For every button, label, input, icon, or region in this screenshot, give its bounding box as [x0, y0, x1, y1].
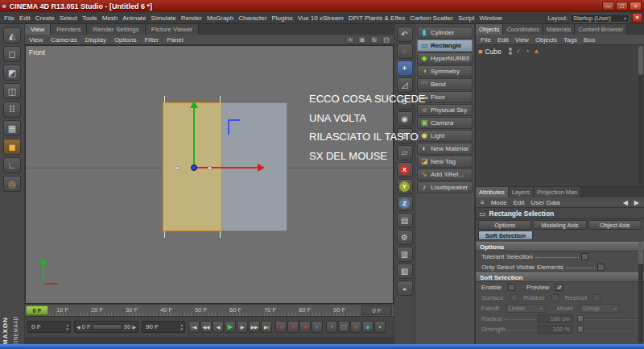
om-menu-file[interactable]: File: [477, 36, 494, 44]
strength-value-field[interactable]: 100 %: [538, 325, 573, 334]
axis-mode-button[interactable]: ∟: [3, 157, 21, 173]
tab-renders[interactable]: Renders: [51, 24, 87, 35]
attr-menu-mode[interactable]: Mode: [488, 199, 510, 206]
close-button[interactable]: ×: [630, 2, 642, 10]
tab-view[interactable]: View: [25, 24, 51, 35]
render-visibility-dot[interactable]: [509, 52, 512, 55]
editor-visibility-dot[interactable]: [509, 48, 512, 51]
section-options-header[interactable]: Options: [476, 242, 644, 251]
menu-item-animate[interactable]: Animate: [120, 15, 148, 22]
points-mode-button[interactable]: ⠿: [3, 102, 21, 118]
texture-mode-button[interactable]: ◩: [3, 64, 21, 81]
point-handle[interactable]: [208, 166, 212, 170]
move-tool-button[interactable]: +: [397, 60, 413, 76]
range-left-arrow-icon[interactable]: ◀: [76, 324, 80, 330]
radius-slider-thumb[interactable]: [577, 315, 584, 322]
x-axis-arrowhead[interactable]: [258, 164, 265, 172]
tab-button-object-axis[interactable]: Object Axis: [588, 220, 642, 230]
mode-select[interactable]: Group ▾: [580, 304, 620, 313]
palette-item-bend[interactable]: ◠Bend: [417, 78, 473, 90]
menu-item-dpit[interactable]: DPIT Plants & Effex: [346, 15, 407, 22]
next-key-button[interactable]: ▶▶: [249, 321, 260, 333]
snap-settings-button[interactable]: ◎: [3, 176, 21, 192]
x-axis-handle[interactable]: [195, 167, 258, 168]
key-rotation-toggle[interactable]: ○: [350, 321, 361, 333]
tolerant-selection-checkbox[interactable]: [581, 253, 588, 260]
xy-plane-handle[interactable]: [228, 119, 240, 135]
phong-tag-icon[interactable]: ◔: [525, 48, 529, 55]
om-menu-objects[interactable]: Objects: [532, 36, 560, 44]
object-manager-scrollbar[interactable]: [638, 46, 643, 185]
menu-item-create[interactable]: Create: [33, 15, 57, 22]
visibility-toggles[interactable]: [509, 48, 512, 55]
next-frame-button[interactable]: ▶: [237, 321, 248, 333]
enable-checkbox[interactable]: [508, 284, 515, 291]
restrict-checkbox[interactable]: [593, 294, 601, 301]
record-keyframe-button[interactable]: ●: [275, 321, 287, 333]
section-soft-selection-header[interactable]: Soft Selection: [476, 272, 644, 282]
palette-item-add-xref[interactable]: ↘Add XRef...: [417, 168, 473, 181]
keyframe-selection-button[interactable]: ●: [312, 321, 323, 333]
render-view-button[interactable]: ▤: [397, 213, 413, 228]
spin-down-icon[interactable]: ▾: [180, 327, 183, 331]
menu-item-character[interactable]: Character: [236, 15, 269, 22]
om-menu-bookmarks[interactable]: Boo: [580, 36, 598, 44]
layout-select[interactable]: Startup (User) ▾: [570, 14, 630, 23]
palette-item-rectangle[interactable]: ▭Rectangle: [417, 39, 473, 52]
attr-menu-user-data[interactable]: User Data: [527, 199, 563, 206]
radius-slider[interactable]: [576, 314, 636, 323]
preview-range-slider[interactable]: ◀ 0 F 90 ▶: [74, 321, 138, 333]
rubber-checkbox[interactable]: [551, 294, 559, 301]
y-lock-button[interactable]: Y: [397, 179, 413, 194]
om-menu-view[interactable]: View: [512, 36, 532, 44]
previous-frame-button[interactable]: ◀: [213, 321, 224, 333]
menu-grid-icon[interactable]: ≡: [477, 199, 488, 206]
falloff-select[interactable]: Linear ▾: [506, 304, 546, 313]
history-back-button[interactable]: ◀: [620, 199, 631, 206]
scrollbar-thumb[interactable]: [638, 46, 643, 75]
object-manager[interactable]: ■ Cube ✓ ◔ ▲: [476, 45, 644, 187]
key-scale-toggle[interactable]: ◻: [338, 321, 349, 333]
range-right-arrow-icon[interactable]: ▶: [132, 324, 136, 330]
menu-item-simulate[interactable]: Simulate: [149, 15, 179, 22]
menu-item-select[interactable]: Select: [57, 15, 80, 22]
om-menu-tags[interactable]: Tags: [560, 36, 580, 44]
live-selection-button[interactable]: ◌: [397, 44, 413, 59]
tab-coordinates[interactable]: Coordinates: [503, 24, 543, 35]
point-handle[interactable]: [175, 166, 180, 170]
menu-item-tools[interactable]: Tools: [80, 15, 100, 22]
vertex-tick[interactable]: [220, 231, 221, 238]
menu-item-render[interactable]: Render: [179, 15, 204, 22]
undo-button[interactable]: ↶: [397, 27, 413, 42]
workplane-mode-button[interactable]: ◫: [3, 83, 21, 99]
minimize-button[interactable]: —: [602, 2, 614, 10]
record-selection-button[interactable]: ●: [299, 321, 311, 333]
origin-point[interactable]: [191, 164, 197, 171]
pan-view-icon[interactable]: +: [345, 35, 355, 44]
strength-slider[interactable]: [576, 325, 636, 334]
play-button[interactable]: ▶: [225, 321, 236, 333]
key-position-toggle[interactable]: +: [326, 321, 337, 333]
vp-menu-filter[interactable]: Filter: [140, 36, 163, 44]
tab-render-settings[interactable]: Render Settings: [87, 24, 145, 35]
material-manager-button[interactable]: ◒: [397, 280, 413, 296]
object-row[interactable]: ■ Cube ✓ ◔ ▲: [476, 45, 644, 57]
menu-item-edit[interactable]: Edit: [17, 15, 33, 22]
vp-menu-panel[interactable]: Panel: [163, 36, 187, 44]
tab-layers[interactable]: Layers: [509, 187, 535, 197]
tab-objects[interactable]: Objects: [476, 24, 503, 35]
make-editable-button[interactable]: ◭: [3, 27, 21, 44]
go-to-end-button[interactable]: ▶|: [261, 321, 272, 333]
object-name[interactable]: Cube: [485, 48, 501, 56]
menu-item-script[interactable]: Script: [456, 15, 477, 22]
tab-button-modeling-axis[interactable]: Modeling Axis: [533, 220, 586, 230]
menu-item-carbon-scatter[interactable]: Carbon Scatter: [407, 15, 456, 22]
y-axis-handle[interactable]: [193, 108, 195, 168]
spin-down-icon[interactable]: ▾: [66, 327, 68, 331]
current-frame-marker[interactable]: 0 F: [26, 305, 48, 315]
palette-item-hypernurbs[interactable]: ◆HyperNURBS: [417, 52, 473, 64]
rotate-view-icon[interactable]: ↻: [369, 35, 379, 44]
palette-item-cylinder[interactable]: ▮Cylinder: [417, 27, 473, 39]
menu-item-window[interactable]: Window: [477, 15, 504, 22]
tab-attributes[interactable]: Attributes: [476, 187, 509, 197]
